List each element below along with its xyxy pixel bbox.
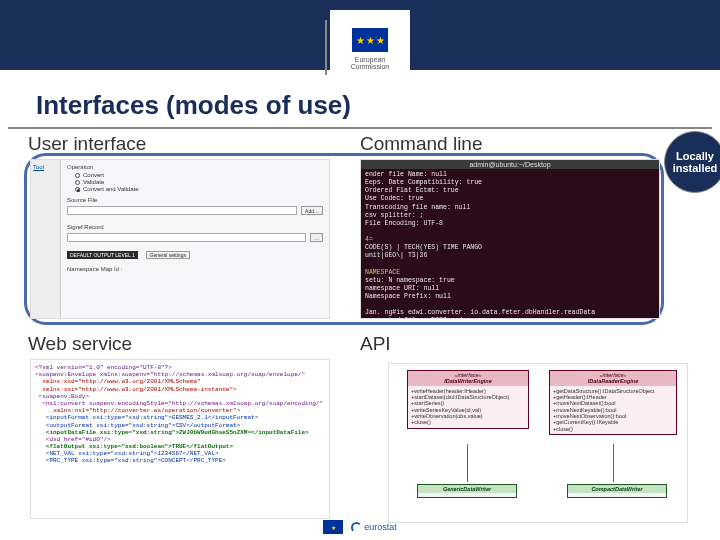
radio-icon [75, 187, 80, 192]
gui-opt-validate: Validate [83, 179, 104, 185]
uml-reader-box: «interface»IDataReaderEngine +getDataStr… [549, 370, 677, 435]
xml-l7: xmlns:ns1="http://converter.ws/operation… [35, 407, 240, 414]
label-command-line: Command line [360, 133, 483, 155]
label-api: API [360, 333, 391, 355]
xml-l5: <soapenv:Body> [35, 393, 89, 400]
footer-logos: ★ eurostat [0, 520, 720, 534]
term-l3: Use Codec: true [365, 195, 424, 202]
eu-flag-icon: ★ ★ ★ [352, 28, 388, 52]
screenshot-terminal: admin@ubuntu:~/Desktop ender file Name: … [360, 159, 660, 319]
logo-line2: Commission [351, 63, 390, 70]
term-l1: Eeps. Date Compatibility: true [365, 179, 482, 186]
gui-ns-label: Namespace Map Id : [67, 266, 323, 272]
xml-l11: <dsd href="#id0"/> [35, 436, 111, 443]
uml-green2: CompactDataWriter [591, 486, 642, 492]
locally-installed-badge: Locally installed [664, 131, 720, 193]
eurostat-arc-icon [351, 522, 362, 533]
badge-line1: Locally [676, 150, 714, 162]
screenshot-uml: «interface»IDataWriterEngine +writeHeade… [388, 363, 688, 523]
gui-sigref-btn: … [310, 233, 323, 242]
xml-l6: <ns1:convert soapenv:encodingStyle="http… [35, 400, 323, 407]
header-bar: ★ ★ ★ European Commission [0, 0, 720, 70]
gui-sigref-label: Sigref Record [67, 224, 323, 230]
xml-l4: xmlns:xsi="http://www.w3.org/2001/XMLSch… [35, 386, 237, 393]
term-l9: CODE(S) | TECH(YES) TIME PANGO [365, 244, 482, 251]
xml-l2: <soapenv:Envelope xmlns:soapenv="http://… [35, 371, 305, 378]
term-l6: File Encoding: UTF-8 [365, 220, 443, 227]
uml-generic-writer: GenericDataWriter [417, 484, 517, 498]
gui-add-btn: Add… [301, 206, 323, 215]
xml-l8: <inputFormat xsi:type="xsd:string">GESME… [35, 414, 258, 421]
uml-green1: GenericDataWriter [443, 486, 491, 492]
term-l8: 4= [365, 236, 373, 243]
label-user-interface: User interface [28, 133, 146, 155]
radio-icon [75, 173, 80, 178]
uml-reader-title: IDataReaderEngine [588, 378, 638, 384]
uml-connector [613, 444, 614, 482]
terminal-titlebar: admin@ubuntu:~/Desktop [361, 160, 659, 169]
term-l12: NAMESPACE [365, 269, 400, 276]
gui-src-label: Source File [67, 197, 323, 203]
gui-group-operation: Operation [67, 164, 323, 170]
term-l18: converted files: EISG nodes [365, 317, 470, 319]
uml-compact-writer: CompactDataWriter [567, 484, 667, 498]
screenshot-gui: Tool Operation Convert Validate Convert … [30, 159, 330, 319]
xml-l14: <PRC_TYPE xsi:type="xsd:string">CONCEPT<… [35, 457, 226, 464]
logo-divider [325, 20, 327, 75]
content-area: Locally installed User interface Command… [0, 129, 720, 519]
xml-l9: <outputFormat xsi:type="xsd:string">CSV<… [35, 422, 240, 429]
uml-reader-m7: +close() [553, 426, 673, 432]
xml-l10: <inputDataFile xsi:type="xsd:string">ZWJ… [35, 429, 309, 436]
xml-l12: <flatOutput xsi:type="xsd:boolean">TRUE<… [35, 443, 233, 450]
gui-opt-both: Convert and Validate [83, 186, 139, 192]
term-l10: unit|GEO\| T3|36 [365, 252, 427, 259]
logo-line1: European [355, 56, 385, 63]
gui-side-tab: Tool [31, 160, 61, 318]
radio-icon [75, 180, 80, 185]
label-web-service: Web service [28, 333, 132, 355]
xml-l13: <NET_VAL xsi:type="xsd:string">1234567</… [35, 450, 219, 457]
screenshot-soap-xml: <?xml version="1.0" encoding="UTF-8"?> <… [30, 359, 330, 519]
terminal-body: ender file Name: null Eeps. Date Compati… [361, 169, 659, 319]
uml-writer-box: «interface»IDataWriterEngine +writeHeade… [407, 370, 529, 429]
term-l0: ender file Name: null [365, 171, 447, 178]
term-l4: Transcoding file name: null [365, 204, 470, 211]
gui-sigref-input [67, 233, 306, 242]
eurostat-logo: eurostat [351, 522, 397, 533]
uml-connector [467, 444, 468, 482]
term-l5: csv splitter: ; [365, 212, 424, 219]
term-l2: Ordered Flat Ectmt: true [365, 187, 459, 194]
term-l15: Namespace Prefix: null [365, 293, 451, 300]
gui-format-box: DEFAULT OUTPUT LEVEL 1 [67, 251, 138, 259]
eurostat-text: eurostat [364, 522, 397, 532]
xml-l3: xmlns:xsd="http://www.w3.org/2001/XMLSch… [35, 378, 201, 385]
term-l17: Jan. ng#is edwi.converter. io.data.feter… [365, 309, 595, 316]
badge-line2: installed [673, 162, 718, 174]
term-l13: setu: N namespace: true [365, 277, 455, 284]
uml-writer-title: IDataWriterEngine [444, 378, 492, 384]
gui-src-input [67, 206, 297, 215]
gui-opt-convert: Convert [83, 172, 104, 178]
ec-logo: ★ ★ ★ European Commission [330, 10, 410, 88]
uml-iface2: «interface» [599, 372, 626, 378]
xml-l1: <?xml version="1.0" encoding="UTF-8"?> [35, 364, 172, 371]
uml-writer-m6: +close() [411, 419, 525, 425]
term-l14: namespace URI: null [365, 285, 439, 292]
uml-iface: «interface» [454, 372, 481, 378]
eu-flag-mini-icon: ★ [323, 520, 343, 534]
gui-settings-btn: General settings [146, 251, 190, 259]
